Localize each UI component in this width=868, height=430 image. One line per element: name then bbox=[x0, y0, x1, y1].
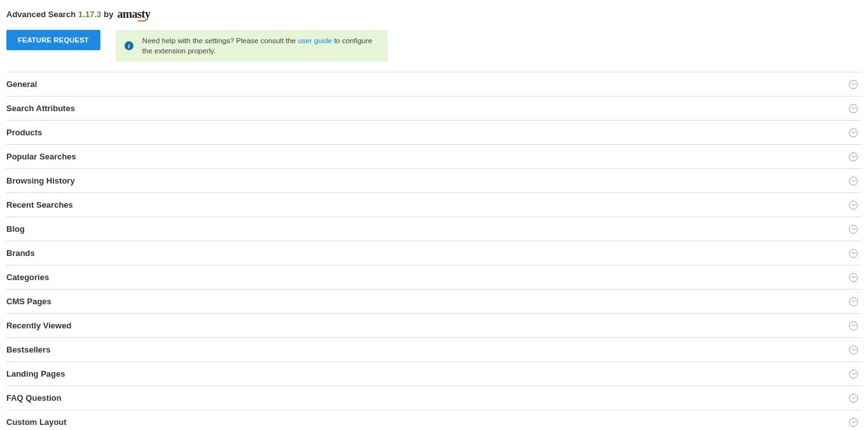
section-row[interactable]: Custom Layout bbox=[6, 410, 862, 430]
section-row[interactable]: CMS Pages bbox=[6, 290, 862, 314]
chevron-down-icon bbox=[849, 201, 858, 210]
section-label: Popular Searches bbox=[6, 152, 76, 161]
section-label: CMS Pages bbox=[6, 297, 51, 306]
info-text-before: Need help with the settings? Please cons… bbox=[142, 37, 298, 44]
section-label: FAQ Question bbox=[6, 393, 62, 403]
module-title: Advanced Search bbox=[6, 10, 76, 19]
chevron-down-icon bbox=[849, 177, 858, 185]
section-label: Landing Pages bbox=[6, 369, 65, 379]
brand-logo: amasty bbox=[117, 8, 150, 21]
section-row[interactable]: Brands bbox=[6, 241, 862, 265]
section-label: Search Attributes bbox=[6, 104, 75, 113]
section-label: Recently Viewed bbox=[6, 321, 71, 330]
feature-request-button[interactable]: FEATURE REQUEST bbox=[6, 30, 100, 50]
chevron-down-icon bbox=[849, 297, 858, 306]
section-row[interactable]: General bbox=[6, 72, 862, 97]
section-label: Categories bbox=[6, 272, 49, 282]
chevron-down-icon bbox=[849, 128, 858, 137]
section-row[interactable]: Recent Searches bbox=[6, 193, 862, 217]
by-text: by bbox=[104, 10, 113, 19]
info-icon: i bbox=[125, 41, 133, 50]
info-banner: i Need help with the settings? Please co… bbox=[116, 30, 388, 62]
user-guide-link[interactable]: user guide bbox=[298, 37, 332, 44]
chevron-down-icon bbox=[849, 80, 858, 89]
section-row[interactable]: Recently Viewed bbox=[6, 314, 862, 338]
section-label: Products bbox=[6, 128, 42, 137]
chevron-down-icon bbox=[849, 370, 858, 379]
section-row[interactable]: Landing Pages bbox=[6, 362, 862, 386]
sections-list: GeneralSearch AttributesProductsPopular … bbox=[6, 72, 862, 430]
chevron-down-icon bbox=[849, 321, 858, 330]
section-row[interactable]: Browsing History bbox=[6, 169, 862, 193]
section-row[interactable]: Popular Searches bbox=[6, 145, 862, 169]
chevron-down-icon bbox=[849, 273, 858, 282]
section-label: Brands bbox=[6, 248, 35, 258]
chevron-down-icon bbox=[849, 152, 858, 161]
chevron-down-icon bbox=[849, 346, 858, 354]
module-version: 1.17.3 bbox=[78, 10, 101, 19]
info-text: Need help with the settings? Please cons… bbox=[142, 36, 377, 56]
chevron-down-icon bbox=[849, 418, 858, 427]
section-label: Blog bbox=[6, 224, 25, 234]
section-label: Custom Layout bbox=[6, 417, 67, 427]
section-row[interactable]: Search Attributes bbox=[6, 97, 862, 121]
section-row[interactable]: Blog bbox=[6, 217, 862, 241]
section-row[interactable]: Bestsellers bbox=[6, 338, 862, 362]
chevron-down-icon bbox=[849, 249, 858, 258]
action-row: FEATURE REQUEST i Need help with the set… bbox=[6, 30, 862, 62]
chevron-down-icon bbox=[849, 225, 858, 234]
chevron-down-icon bbox=[849, 394, 858, 403]
header-row: Advanced Search 1.17.3 by amasty bbox=[6, 8, 862, 21]
section-label: Bestsellers bbox=[6, 345, 50, 354]
section-label: Browsing History bbox=[6, 176, 75, 185]
section-label: Recent Searches bbox=[6, 200, 73, 210]
chevron-down-icon bbox=[849, 104, 858, 113]
section-row[interactable]: Products bbox=[6, 121, 862, 145]
section-row[interactable]: Categories bbox=[6, 265, 862, 290]
section-label: General bbox=[6, 79, 37, 89]
section-row[interactable]: FAQ Question bbox=[6, 386, 862, 410]
